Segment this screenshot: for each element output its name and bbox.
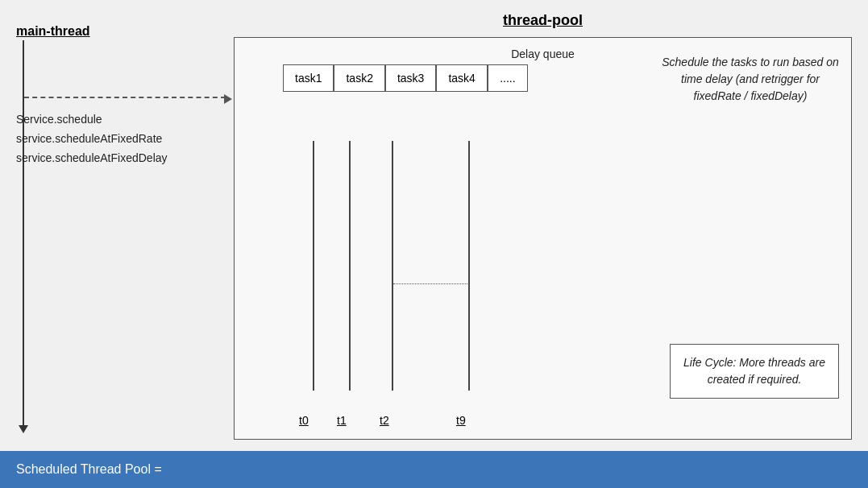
timeline-line-t2: [392, 141, 393, 391]
task-box-3: task3: [385, 64, 436, 92]
thread-pool-box: Delay queue task1 task2 task3 task4 ....…: [234, 37, 852, 440]
timeline-line-t9: [468, 141, 470, 391]
service-labels: Service.schedule service.scheduleAtFixed…: [16, 113, 168, 171]
time-label-t2: t2: [380, 414, 389, 427]
horizontal-arrow: [24, 97, 226, 98]
task-box-1: task1: [283, 64, 334, 92]
right-note: Schedule the tasks to run based on time …: [662, 54, 839, 105]
time-label-t0: t0: [299, 414, 309, 427]
vertical-timeline-line: [23, 40, 24, 427]
bottom-bar: Scheduled Thread Pool =: [0, 451, 868, 488]
right-panel: thread-pool Delay queue task1 task2 task…: [226, 0, 868, 451]
left-panel: main-thread Service.schedule service.sch…: [0, 0, 226, 451]
timeline-line-t1: [349, 141, 351, 391]
dotted-delay-line: [393, 283, 467, 284]
task-box-ellipsis: .....: [488, 64, 528, 92]
timeline-line-t0: [313, 141, 314, 391]
service-label-1: Service.schedule: [16, 113, 168, 126]
time-label-t9: t9: [456, 414, 466, 427]
task-box-2: task2: [334, 64, 384, 92]
main-thread-label: main-thread: [16, 24, 90, 39]
task-box-4: task4: [436, 64, 487, 92]
service-label-2: service.scheduleAtFixedRate: [16, 132, 168, 145]
service-label-3: service.scheduleAtFixedDelay: [16, 151, 168, 164]
time-label-t1: t1: [337, 414, 347, 427]
thread-pool-title: thread-pool: [234, 12, 852, 29]
bottom-bar-text: Scheduled Thread Pool =: [16, 462, 162, 477]
lifecycle-box: Life Cycle: More threads are created if …: [670, 344, 839, 399]
main-area: main-thread Service.schedule service.sch…: [0, 0, 868, 451]
